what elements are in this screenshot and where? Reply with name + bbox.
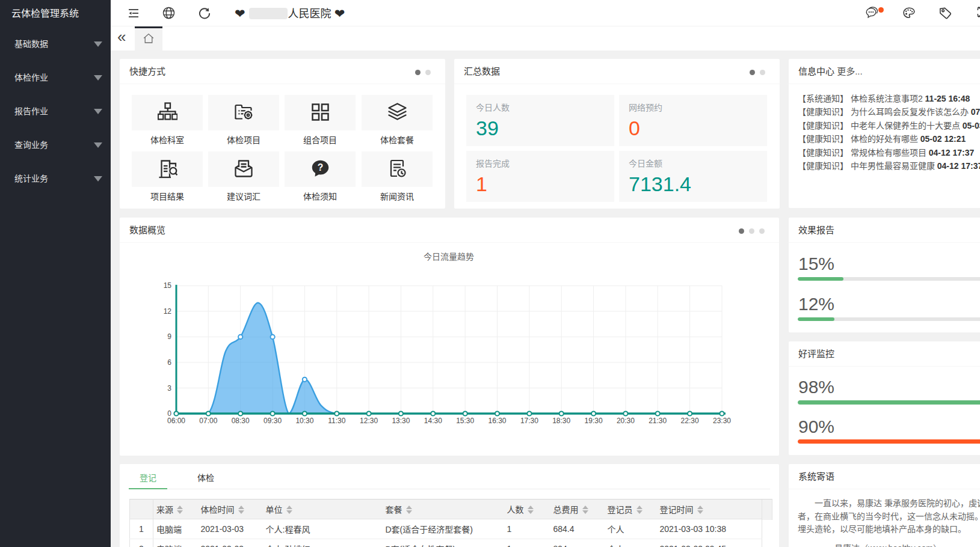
svg-text:13:30: 13:30 (392, 417, 410, 425)
svg-text:16:30: 16:30 (488, 417, 506, 425)
svg-text:21:30: 21:30 (649, 417, 667, 425)
svg-text:9: 9 (167, 332, 171, 341)
svg-text:08:30: 08:30 (232, 417, 250, 425)
svg-text:20:30: 20:30 (617, 417, 635, 425)
svg-text:07:00: 07:00 (199, 417, 217, 425)
svg-text:19:30: 19:30 (585, 417, 603, 425)
svg-text:09:30: 09:30 (263, 417, 282, 425)
svg-text:今日流量趋势: 今日流量趋势 (424, 252, 474, 261)
svg-text:18:30: 18:30 (552, 417, 570, 425)
svg-text:15: 15 (164, 281, 172, 290)
svg-text:17:30: 17:30 (520, 417, 538, 425)
svg-text:10:30: 10:30 (295, 417, 313, 425)
svg-text:6: 6 (167, 358, 171, 367)
svg-text:11:30: 11:30 (328, 417, 345, 425)
svg-text:23:30: 23:30 (713, 417, 731, 425)
svg-text:15:30: 15:30 (456, 417, 474, 425)
svg-text:12:30: 12:30 (360, 417, 378, 425)
svg-text:06:00: 06:00 (167, 417, 185, 425)
svg-text:14:30: 14:30 (424, 417, 442, 425)
svg-text:22:30: 22:30 (681, 417, 699, 425)
svg-text:?: ? (317, 162, 323, 173)
svg-text:3: 3 (167, 384, 171, 393)
svg-text:12: 12 (164, 307, 172, 316)
